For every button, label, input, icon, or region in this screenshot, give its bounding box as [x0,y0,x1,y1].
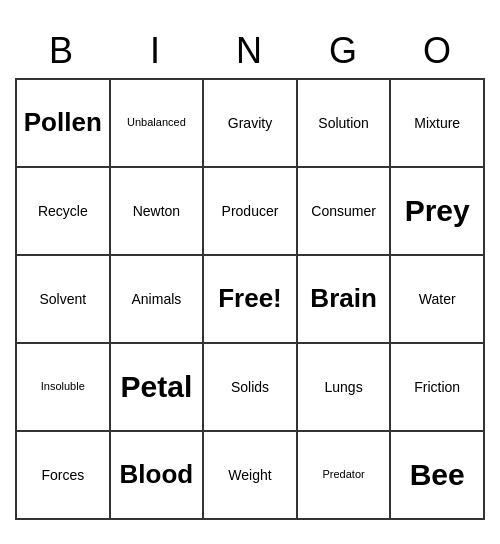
cell-text: Pollen [24,107,102,138]
bingo-cell: Prey [391,168,485,256]
bingo-cell: Insoluble [17,344,111,432]
cell-text: Gravity [228,115,272,132]
bingo-cell: Unbalanced [111,80,205,168]
cell-text: Animals [131,291,181,308]
bingo-cell: Bee [391,432,485,520]
cell-text: Predator [322,468,364,481]
cell-text: Unbalanced [127,116,186,129]
bingo-cell: Mixture [391,80,485,168]
header-letter: N [203,24,297,78]
cell-text: Producer [222,203,279,220]
cell-text: Newton [133,203,180,220]
bingo-cell: Brain [298,256,392,344]
bingo-cell: Forces [17,432,111,520]
bingo-cell: Friction [391,344,485,432]
bingo-cell: Blood [111,432,205,520]
bingo-cell: Solution [298,80,392,168]
header-letter: I [109,24,203,78]
bingo-card: BINGO PollenUnbalancedGravitySolutionMix… [15,24,485,520]
cell-text: Insoluble [41,380,85,393]
header-letter: G [297,24,391,78]
bingo-cell: Predator [298,432,392,520]
bingo-cell: Gravity [204,80,298,168]
cell-text: Brain [310,283,376,314]
cell-text: Water [419,291,456,308]
cell-text: Prey [405,193,470,229]
cell-text: Mixture [414,115,460,132]
bingo-cell: Water [391,256,485,344]
cell-text: Forces [41,467,84,484]
bingo-cell: Newton [111,168,205,256]
cell-text: Petal [121,369,193,405]
bingo-cell: Solvent [17,256,111,344]
header-letter: B [15,24,109,78]
bingo-cell: Recycle [17,168,111,256]
bingo-cell: Lungs [298,344,392,432]
bingo-cell: Consumer [298,168,392,256]
bingo-cell: Pollen [17,80,111,168]
cell-text: Bee [410,457,465,493]
cell-text: Consumer [311,203,376,220]
cell-text: Friction [414,379,460,396]
cell-text: Weight [228,467,271,484]
bingo-cell: Producer [204,168,298,256]
cell-text: Solution [318,115,369,132]
cell-text: Free! [218,283,282,314]
bingo-cell: Weight [204,432,298,520]
bingo-header: BINGO [15,24,485,78]
cell-text: Blood [120,459,194,490]
cell-text: Recycle [38,203,88,220]
header-letter: O [391,24,485,78]
bingo-cell: Petal [111,344,205,432]
bingo-cell: Solids [204,344,298,432]
cell-text: Solvent [39,291,86,308]
bingo-cell: Animals [111,256,205,344]
cell-text: Solids [231,379,269,396]
bingo-cell: Free! [204,256,298,344]
bingo-grid: PollenUnbalancedGravitySolutionMixtureRe… [15,78,485,520]
cell-text: Lungs [325,379,363,396]
